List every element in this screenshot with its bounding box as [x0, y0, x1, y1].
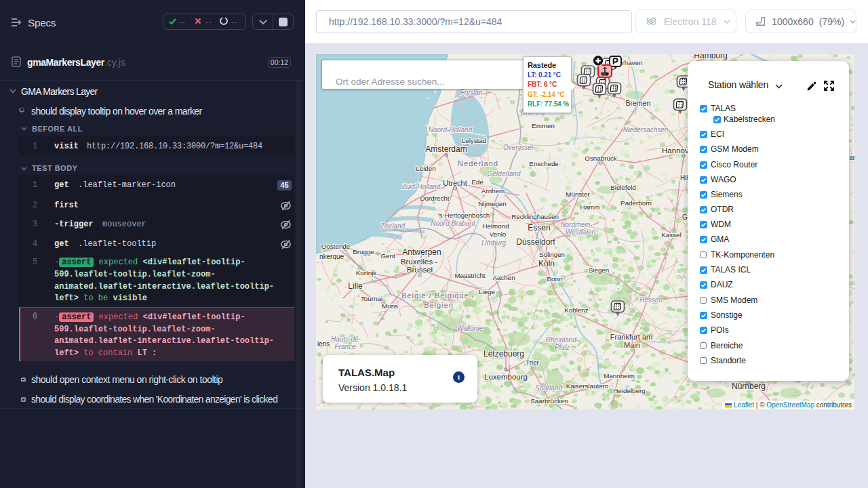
svg-text:Saarland: Saarland — [535, 384, 562, 392]
svg-text:Bonn: Bonn — [547, 275, 563, 283]
svg-text:Lelystad: Lelystad — [462, 137, 487, 144]
svg-text:Münster: Münster — [566, 190, 590, 198]
svg-text:Brugge: Brugge — [353, 248, 374, 256]
svg-text:Paderborn: Paderborn — [620, 199, 652, 207]
svg-text:Hauts-de-: Hauts-de- — [331, 336, 361, 343]
svg-text:Brussel: Brussel — [407, 266, 433, 274]
svg-text:Trier: Trier — [526, 359, 540, 366]
svg-text:Enschede: Enschede — [529, 160, 559, 167]
svg-text:Lëtzebuerg: Lëtzebuerg — [484, 349, 524, 359]
svg-text:Ede: Ede — [471, 178, 484, 186]
svg-text:Kortrijk: Kortrijk — [356, 269, 377, 277]
svg-text:Recklinghausen: Recklinghausen — [511, 213, 559, 220]
svg-text:Nijmegen: Nijmegen — [478, 200, 506, 207]
svg-text:Hamburg: Hamburg — [694, 54, 727, 60]
svg-text:Arnhem: Arnhem — [481, 187, 505, 195]
svg-text:nkerque: nkerque — [319, 253, 344, 260]
svg-text:Amsterdam: Amsterdam — [425, 144, 467, 154]
svg-text:Bielefeld: Bielefeld — [610, 184, 636, 191]
svg-text:Solingen: Solingen — [539, 251, 565, 258]
svg-text:Maastricht: Maastricht — [454, 272, 485, 279]
svg-text:Aachen: Aachen — [492, 274, 515, 281]
svg-text:Köln: Köln — [538, 259, 555, 268]
svg-text:Oostende: Oostende — [321, 243, 351, 250]
svg-text:Mannheim: Mannheim — [604, 372, 635, 380]
svg-text:Zuid-Holland: Zuid-Holland — [401, 183, 441, 190]
svg-text:Heidelberg: Heidelberg — [613, 387, 645, 394]
svg-text:Zeeland: Zeeland — [380, 222, 406, 230]
svg-text:Siegen: Siegen — [589, 266, 610, 274]
svg-text:Luxembourg: Luxembourg — [484, 373, 528, 381]
svg-text:Kaiserslautern: Kaiserslautern — [566, 382, 609, 390]
svg-text:Hessen: Hessen — [639, 296, 663, 304]
svg-text:België / Belgique /: België / Belgique / — [401, 291, 475, 300]
svg-text:Noord-Brabant: Noord-Brabant — [431, 220, 476, 227]
svg-text:Bremen: Bremen — [626, 99, 651, 107]
svg-text:Osnabrück: Osnabrück — [585, 155, 616, 162]
svg-text:Nordrhein-: Nordrhein- — [560, 221, 593, 228]
svg-text:Rheinland-: Rheinland- — [546, 336, 579, 344]
svg-text:France: France — [334, 343, 356, 350]
svg-text:'s-Hertogenbosch: 's-Hertogenbosch — [438, 211, 490, 219]
svg-text:Overijssel: Overijssel — [503, 144, 534, 151]
svg-text:iens: iens — [317, 340, 330, 348]
svg-text:Nürnberg: Nürnberg — [732, 382, 766, 391]
svg-text:Venlo: Venlo — [490, 230, 507, 238]
svg-text:Wallonie: Wallonie — [457, 325, 484, 332]
svg-text:Koblenz: Koblenz — [564, 306, 589, 314]
svg-text:Utrecht: Utrecht — [443, 179, 467, 187]
svg-text:Main: Main — [624, 341, 640, 349]
svg-text:Fryslân: Fryslân — [460, 89, 483, 96]
svg-text:Lille: Lille — [348, 281, 363, 291]
svg-text:Limburg: Limburg — [481, 239, 507, 247]
svg-text:Belgien: Belgien — [424, 301, 454, 309]
svg-text:Leiden: Leiden — [416, 165, 435, 172]
svg-text:Antwerpen: Antwerpen — [402, 247, 441, 257]
svg-text:Gent: Gent — [380, 252, 395, 260]
svg-text:Dordrecht: Dordrecht — [420, 195, 449, 202]
svg-text:Emmen: Emmen — [532, 122, 555, 129]
svg-text:Bruxelles -: Bruxelles - — [401, 258, 437, 266]
svg-text:Westfalen: Westfalen — [566, 228, 596, 236]
svg-text:Kassel: Kassel — [661, 231, 681, 239]
svg-text:Helmond: Helmond — [482, 222, 509, 230]
svg-text:Frankfurt am: Frankfurt am — [610, 333, 652, 341]
svg-text:Essen: Essen — [528, 223, 550, 232]
svg-text:Düsseldorf: Düsseldorf — [516, 237, 555, 247]
svg-text:Gelderland: Gelderland — [488, 170, 521, 178]
svg-text:Niedersachsen: Niedersachsen — [623, 126, 669, 134]
svg-text:Mons: Mons — [382, 302, 398, 310]
svg-text:Tournai: Tournai — [361, 295, 382, 302]
svg-text:Liège: Liège — [479, 288, 496, 296]
svg-text:Saarbrücken: Saarbrücken — [530, 397, 568, 405]
svg-text:Noord-Holland: Noord-Holland — [429, 126, 473, 134]
svg-text:Hamm: Hamm — [580, 203, 600, 211]
svg-text:Pfalz: Pfalz — [555, 344, 570, 351]
svg-text:Nederland: Nederland — [458, 159, 498, 167]
